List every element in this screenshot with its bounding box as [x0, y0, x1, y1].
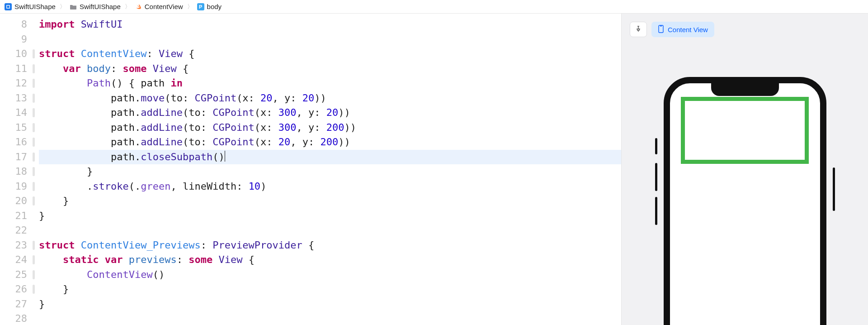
chevron-right-icon: 〉: [59, 3, 66, 11]
project-icon: [5, 3, 12, 10]
device-volume-up: [655, 163, 657, 191]
fold-marker: [32, 91, 36, 106]
fold-marker: [32, 62, 36, 76]
code-line[interactable]: ContentView(): [39, 268, 621, 282]
svg-rect-1: [7, 5, 9, 8]
preview-selector-chip[interactable]: Content View: [651, 22, 714, 37]
fold-ribbon: [32, 17, 36, 325]
fold-marker: [32, 238, 36, 253]
fold-marker: [32, 297, 36, 312]
fold-marker: [32, 209, 36, 224]
line-number: 14: [0, 105, 27, 120]
fold-marker: [32, 282, 36, 297]
code-line[interactable]: var body: some View {: [39, 62, 621, 76]
svg-rect-2: [659, 25, 663, 33]
fold-marker: [32, 32, 36, 47]
breadcrumb-label: ContentView: [145, 3, 183, 10]
line-number: 9: [0, 32, 27, 47]
code-line[interactable]: path.move(to: CGPoint(x: 20, y: 20)): [39, 91, 621, 106]
line-number: 23: [0, 238, 27, 253]
fold-marker: [32, 268, 36, 282]
line-number: 26: [0, 282, 27, 297]
preview-chip-label: Content View: [668, 26, 708, 33]
pin-icon: [635, 25, 642, 34]
fold-marker: [32, 150, 36, 165]
breadcrumb-label: body: [207, 3, 222, 10]
code-line[interactable]: import SwiftUI: [39, 17, 621, 32]
fold-marker: [32, 164, 36, 179]
line-number: 12: [0, 76, 27, 91]
code-line[interactable]: }: [39, 209, 621, 224]
chevron-right-icon: 〉: [124, 3, 131, 11]
line-number: 15: [0, 120, 27, 135]
fold-marker: [32, 223, 36, 238]
breadcrumb: SwiftUIShape 〉 SwiftUIShape 〉 ContentVie…: [0, 0, 868, 14]
code-line[interactable]: [39, 223, 621, 238]
code-line[interactable]: }: [39, 194, 621, 209]
line-number: 27: [0, 297, 27, 312]
swift-file-icon: [135, 3, 142, 10]
line-number: 22: [0, 223, 27, 238]
fold-marker: [32, 120, 36, 135]
breadcrumb-label: SwiftUIShape: [14, 3, 56, 10]
line-number: 11: [0, 62, 27, 76]
preview-device-icon: [658, 25, 664, 34]
breadcrumb-item-folder[interactable]: SwiftUIShape: [68, 3, 123, 10]
line-number: 21: [0, 209, 27, 224]
line-number: 13: [0, 91, 27, 106]
chevron-right-icon: 〉: [187, 3, 193, 11]
fold-marker: [32, 135, 36, 150]
device-volume-down: [655, 197, 657, 225]
rendered-path-rectangle: [681, 97, 809, 164]
code-line[interactable]: struct ContentView: View {: [39, 47, 621, 62]
line-number: 17: [0, 150, 27, 165]
code-line[interactable]: path.addLine(to: CGPoint(x: 20, y: 200)): [39, 135, 621, 150]
code-editor[interactable]: 8910111213141516171819202122232425262728…: [0, 14, 622, 325]
code-line[interactable]: struct ContentView_Previews: PreviewProv…: [39, 238, 621, 253]
code-line[interactable]: static var previews: some View {: [39, 253, 621, 268]
code-line[interactable]: .stroke(.green, lineWidth: 10): [39, 179, 621, 194]
fold-marker: [32, 311, 36, 325]
line-number: 24: [0, 253, 27, 268]
line-number: 25: [0, 268, 27, 282]
breadcrumb-item-symbol[interactable]: P body: [195, 3, 224, 10]
line-number: 8: [0, 17, 27, 32]
line-number: 28: [0, 311, 27, 325]
code-area[interactable]: import SwiftUIstruct ContentView: View {…: [36, 17, 621, 325]
breadcrumb-item-project[interactable]: SwiftUIShape: [3, 3, 57, 10]
device-notch: [711, 83, 779, 96]
code-line[interactable]: path.addLine(to: CGPoint(x: 300, y: 20)): [39, 105, 621, 120]
line-number: 20: [0, 194, 27, 209]
line-number: 10: [0, 47, 27, 62]
device-mute-switch: [655, 138, 657, 154]
fold-marker: [32, 179, 36, 194]
text-cursor: [225, 151, 225, 162]
line-number: 16: [0, 135, 27, 150]
line-number-gutter: 8910111213141516171819202122232425262728: [0, 17, 32, 325]
fold-marker: [32, 194, 36, 209]
device-power-button: [833, 167, 835, 211]
code-line[interactable]: }: [39, 297, 621, 312]
breadcrumb-item-file[interactable]: ContentView: [133, 3, 185, 10]
line-number: 19: [0, 179, 27, 194]
code-line[interactable]: }: [39, 164, 621, 179]
code-line[interactable]: path.addLine(to: CGPoint(x: 300, y: 200)…: [39, 120, 621, 135]
fold-marker: [32, 105, 36, 120]
breadcrumb-label: SwiftUIShape: [80, 3, 121, 10]
code-line[interactable]: [39, 32, 621, 47]
preview-canvas: Content View: [622, 14, 868, 325]
property-icon: P: [197, 3, 204, 10]
line-number: 18: [0, 164, 27, 179]
preview-toolbar: Content View: [630, 22, 714, 37]
pin-preview-button[interactable]: [630, 22, 647, 37]
fold-marker: [32, 76, 36, 91]
device-screen: [664, 77, 826, 325]
code-line[interactable]: Path() { path in: [39, 76, 621, 91]
code-line[interactable]: [39, 311, 621, 325]
fold-marker: [32, 47, 36, 62]
fold-marker: [32, 253, 36, 268]
code-line[interactable]: path.closeSubpath(): [39, 150, 621, 165]
device-preview: [664, 77, 826, 325]
code-line[interactable]: }: [39, 282, 621, 297]
folder-icon: [70, 3, 77, 10]
